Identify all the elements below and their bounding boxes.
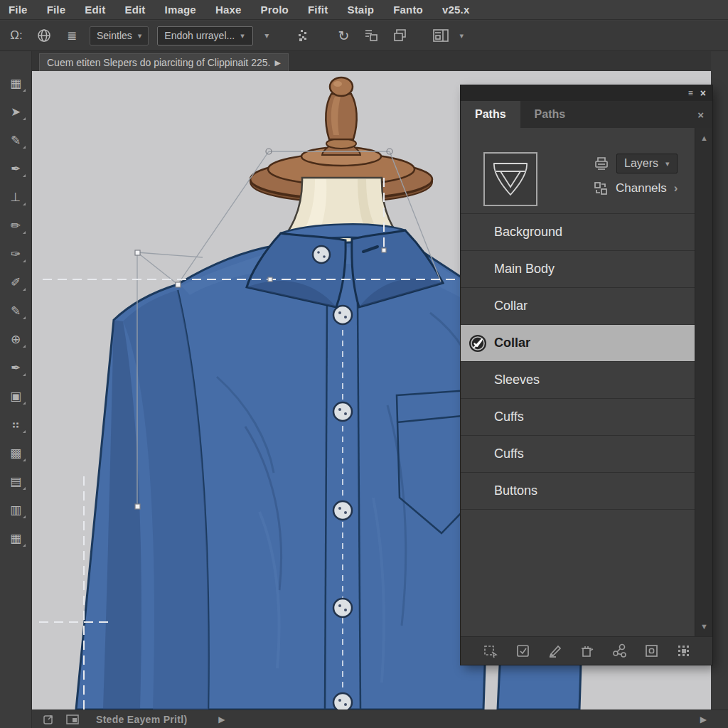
- dots-tool-icon[interactable]: ⠶: [4, 415, 27, 434]
- options-bar: Ω: ≣ Seintles ▾ Endoh urrayel... ▾ ▾ ↻: [0, 21, 728, 51]
- mode-dropdown-value: Endoh urrayel...: [164, 30, 235, 41]
- image-preview-icon[interactable]: [65, 713, 80, 726]
- layers-dropdown-button[interactable]: Layers ▾: [616, 154, 678, 173]
- menu-file-2[interactable]: File: [47, 4, 66, 16]
- picture-stamp-tool-icon[interactable]: ▦: [4, 529, 27, 547]
- chevron-down-icon: ▾: [240, 31, 245, 41]
- flyout-triangle: [23, 515, 26, 518]
- nib-tool-icon[interactable]: ✑: [4, 245, 27, 263]
- tab-close-icon[interactable]: ×: [697, 101, 704, 128]
- globe-icon[interactable]: [34, 26, 54, 45]
- pattern-tool-icon[interactable]: ▦: [4, 74, 27, 92]
- ink-pen-tool-2-icon[interactable]: ✒: [4, 358, 27, 377]
- status-expand-icon[interactable]: ▶: [218, 714, 225, 724]
- layer-row-label: Collar: [494, 336, 530, 350]
- flyout-triangle: [23, 459, 26, 461]
- checkbox-mask-icon[interactable]: [514, 643, 531, 660]
- flyout-triangle: [23, 117, 26, 120]
- list-options-icon[interactable]: ≣: [63, 28, 81, 43]
- panel-close-icon[interactable]: ×: [700, 87, 706, 99]
- menu-edit-2[interactable]: Edit: [124, 4, 145, 16]
- wheel-tool-icon[interactable]: ⊕: [4, 330, 27, 348]
- chevron-down-icon: ▾: [138, 31, 142, 41]
- menu-fifit[interactable]: Fifit: [308, 4, 328, 16]
- extra-dropdown-arrow-icon[interactable]: ▾: [262, 31, 272, 41]
- panel-menu-icon[interactable]: ≡: [688, 88, 693, 98]
- flyout-triangle: [23, 316, 26, 319]
- pen-edit-icon[interactable]: [547, 643, 564, 660]
- tab-expand-icon[interactable]: ▶: [274, 58, 280, 68]
- path-layer-list: Background Main Body Collar Collar Sleev…: [461, 213, 712, 510]
- menu-staip[interactable]: Staip: [347, 4, 374, 16]
- channels-icon: [593, 181, 609, 196]
- flyout-triangle: [23, 430, 26, 433]
- flyout-triangle: [23, 288, 26, 291]
- collar-path-thumbnail[interactable]: [483, 152, 537, 206]
- copy-squares-tool-icon[interactable]: ▣: [4, 387, 27, 405]
- channels-menu-item[interactable]: Channels: [616, 181, 667, 196]
- mode-dropdown[interactable]: Endoh urrayel... ▾: [157, 26, 253, 46]
- menu-version: v25.x: [442, 4, 470, 16]
- scroll-up-icon[interactable]: ▲: [695, 134, 713, 142]
- flyout-triangle: [23, 174, 26, 177]
- layer-row-collar[interactable]: Collar: [461, 287, 712, 324]
- export-icon[interactable]: [41, 713, 56, 726]
- pen-tool-icon[interactable]: ✎: [4, 131, 27, 149]
- layer-row-cuffs-2[interactable]: Cuffs: [461, 435, 712, 472]
- layer-row-main-body[interactable]: Main Body: [461, 250, 712, 287]
- tab-paths-active[interactable]: Paths: [461, 101, 520, 128]
- layer-row-background[interactable]: Background: [461, 213, 712, 250]
- link-nodes-icon[interactable]: [611, 643, 628, 660]
- flyout-triangle: [23, 89, 26, 92]
- layer-row-cuffs-1[interactable]: Cuffs: [461, 398, 712, 435]
- image-frame-tool-icon[interactable]: ▥: [4, 500, 27, 519]
- flyout-triangle: [23, 373, 26, 376]
- move-tool-icon[interactable]: ➤: [4, 102, 27, 121]
- stamp-tool-icon[interactable]: ⊥: [4, 188, 27, 206]
- toolbar: ▦ ➤ ✎ ✒ ⊥ ✏ ✑ ✐ ✎ ⊕ ✒ ▣ ⠶ ▩ ▤ ▥ ▦: [0, 51, 32, 728]
- chevron-down-icon[interactable]: ▾: [459, 31, 464, 41]
- flyout-triangle: [23, 487, 26, 490]
- menu-file-1[interactable]: File: [9, 4, 28, 16]
- layer-row-collar-selected[interactable]: Collar: [461, 324, 712, 361]
- history-icon[interactable]: ↻: [334, 28, 353, 44]
- menu-prolo[interactable]: Prolo: [261, 4, 289, 16]
- scatter-align-icon[interactable]: [293, 26, 313, 45]
- frame-pen-tool-icon[interactable]: ▤: [4, 472, 27, 491]
- layer-stack-icon[interactable]: [361, 26, 381, 45]
- transform-path-icon[interactable]: [482, 643, 499, 660]
- flyout-triangle: [23, 146, 26, 149]
- menu-haxe[interactable]: Haxe: [215, 4, 242, 16]
- overlap-tool-icon[interactable]: ▩: [4, 444, 27, 462]
- flyout-triangle: [23, 231, 26, 234]
- layers-dropdown-label: Layers: [624, 157, 658, 170]
- ink-pen-tool-icon[interactable]: ✒: [4, 159, 27, 178]
- grid-options-icon[interactable]: [675, 643, 692, 660]
- collar-thumbnail-icon: [485, 154, 536, 205]
- scroll-right-icon[interactable]: ▶: [700, 714, 707, 724]
- fill-pen-tool-icon[interactable]: ✐: [4, 273, 27, 291]
- preset-dropdown[interactable]: Seintles ▾: [90, 26, 149, 46]
- layer-row-buttons[interactable]: Buttons: [461, 472, 712, 509]
- trash-icon[interactable]: [579, 643, 596, 660]
- panel-header: Layers ▾ Channels ›: [461, 128, 712, 213]
- check-circle-icon: [469, 334, 487, 353]
- flyout-triangle: [23, 345, 26, 348]
- scroll-down-icon[interactable]: ▼: [695, 622, 713, 631]
- menu-fanto[interactable]: Fanto: [393, 4, 423, 16]
- copy-layers-icon[interactable]: [390, 26, 410, 45]
- menu-image[interactable]: Image: [165, 4, 196, 16]
- pencil-tool-icon[interactable]: ✏: [4, 216, 27, 235]
- document-tab[interactable]: Cuem etiten Slepers do piarciting of Cli…: [39, 53, 289, 71]
- panel-scrollbar[interactable]: ▲ ▼: [695, 128, 712, 636]
- new-path-icon[interactable]: [643, 643, 660, 660]
- pen-tool-2-icon[interactable]: ✎: [4, 301, 27, 320]
- tool-preset-icon[interactable]: Ω:: [7, 28, 26, 43]
- panel-titlebar: ≡ ×: [461, 85, 712, 101]
- right-gutter: [711, 51, 728, 728]
- menu-edit-1[interactable]: Edit: [85, 4, 105, 16]
- tab-paths-inactive[interactable]: Paths: [520, 101, 580, 128]
- flyout-triangle: [23, 402, 26, 405]
- panel-toggle-icon[interactable]: [431, 26, 451, 45]
- layer-row-sleeves[interactable]: Sleeves: [461, 361, 712, 398]
